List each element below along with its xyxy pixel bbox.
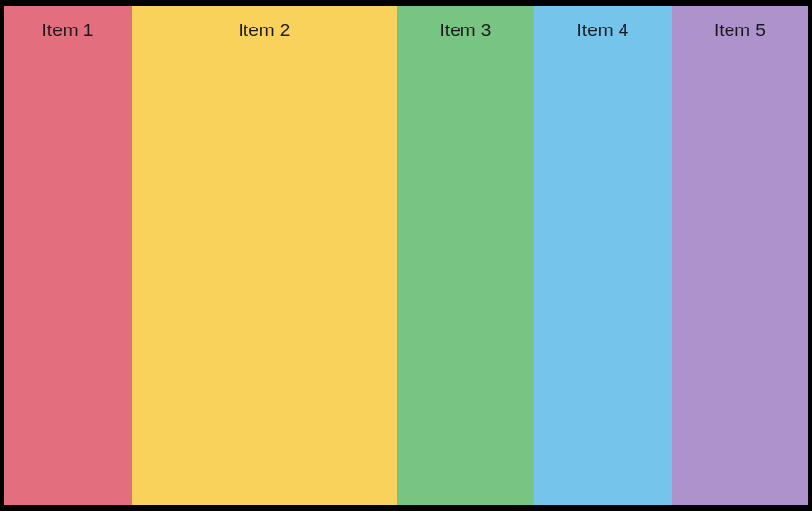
column-item-3: Item 3: [397, 6, 534, 505]
column-item-5: Item 5: [672, 6, 808, 505]
column-item-2: Item 2: [132, 6, 397, 505]
columns-container: Item 1 Item 2 Item 3 Item 4 Item 5: [0, 0, 812, 511]
column-label: Item 2: [239, 20, 291, 505]
column-label: Item 3: [440, 20, 492, 505]
column-item-4: Item 4: [534, 6, 672, 505]
column-label: Item 5: [714, 20, 766, 505]
column-label: Item 4: [577, 20, 629, 505]
column-item-1: Item 1: [4, 6, 132, 505]
column-label: Item 1: [42, 20, 94, 505]
